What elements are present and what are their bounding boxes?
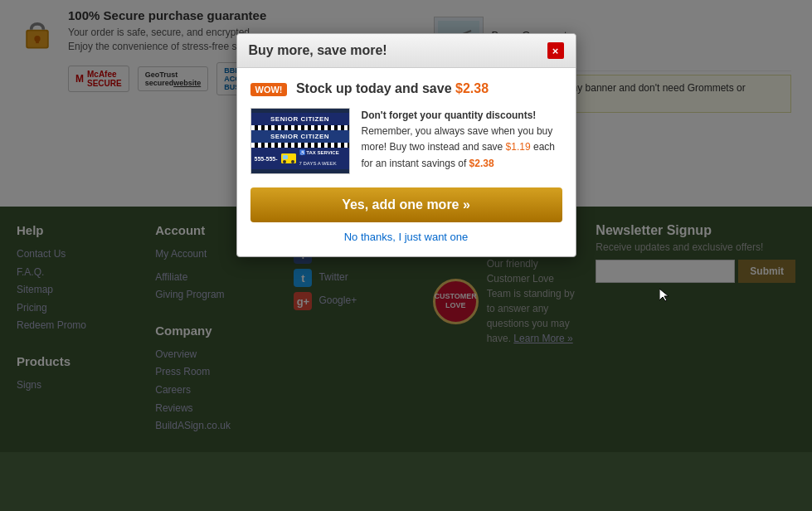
modal-title: Buy more, save more! (249, 43, 387, 58)
buy-more-modal: Buy more, save more! × WOW! Stock up tod… (236, 33, 576, 257)
modal-sign-preview: SENIOR CITIZEN SENIOR CITIZEN 555-555- ♿… (250, 108, 350, 174)
savings-total: $2.38 (469, 158, 494, 169)
taxi-icon (281, 153, 296, 163)
svg-rect-10 (283, 155, 288, 159)
sign-phone: 555-555- (255, 156, 278, 162)
modal-close-button[interactable]: × (547, 42, 564, 59)
yes-add-more-button[interactable]: Yes, add one more » (250, 187, 562, 222)
sign-days: 7 DAYS A WEEK (299, 161, 337, 166)
modal-body: WOW! Stock up today and save $2.38 SENIO… (237, 68, 576, 256)
modal-overlay: Buy more, save more! × WOW! Stock up tod… (0, 0, 812, 511)
stock-up-row: WOW! Stock up today and save $2.38 (250, 81, 562, 96)
modal-header: Buy more, save more! × (237, 34, 576, 68)
savings-each: $1.19 (506, 141, 531, 153)
sign-text-2: SENIOR CITIZEN (255, 133, 346, 140)
svg-point-12 (291, 160, 294, 163)
wow-badge: WOW! (250, 83, 288, 96)
sign-top: SENIOR CITIZEN (251, 113, 349, 125)
no-thanks-link[interactable]: No thanks, I just want one (250, 231, 562, 243)
sign-text-1: SENIOR CITIZEN (255, 115, 346, 123)
discount-bold: Don't forget your quantity discounts! (362, 110, 537, 121)
modal-product-area: SENIOR CITIZEN SENIOR CITIZEN 555-555- ♿… (250, 108, 562, 174)
modal-discount-text: Don't forget your quantity discounts! Re… (362, 108, 562, 174)
sign-bottom: 555-555- ♿ TAX SERVICE 7 DAYS A WEEK (251, 148, 349, 169)
svg-point-11 (283, 160, 286, 163)
savings-amount: $2.38 (455, 81, 489, 95)
sign-top-2: SENIOR CITIZEN (251, 130, 349, 143)
